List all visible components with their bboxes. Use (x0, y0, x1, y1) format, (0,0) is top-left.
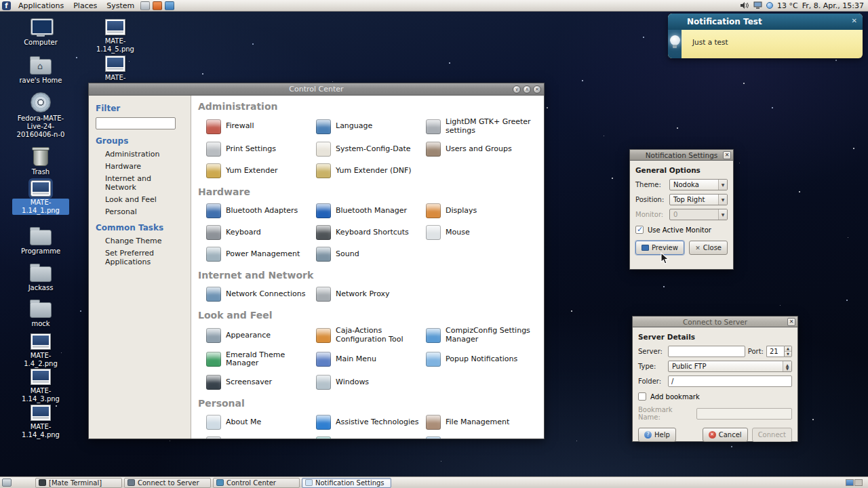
menu-applications[interactable]: Applications (14, 1, 68, 11)
launcher-network-connections[interactable]: Network Connections (206, 287, 314, 302)
launcher-input-method-selector[interactable]: Input Method Selector (206, 436, 314, 439)
spin-up-icon[interactable]: ▲ (785, 346, 791, 352)
launcher-system-config-date[interactable]: System-Config-Date (316, 142, 424, 157)
terminal-launcher-icon[interactable] (140, 1, 150, 10)
launcher-appearance[interactable]: Appearance (206, 327, 314, 344)
spin-down-icon[interactable]: ▼ (785, 352, 791, 357)
desktop-icon-mate-1-4-2-png[interactable]: MATE-1.4_2.png (12, 333, 69, 368)
launcher-sound[interactable]: Sound (316, 247, 424, 262)
launcher-displays[interactable]: Displays (426, 203, 534, 218)
launcher-bluetooth-adapters[interactable]: Bluetooth Adapters (206, 203, 314, 218)
preview-button[interactable]: Preview (635, 241, 684, 255)
close-icon[interactable]: ✕ (787, 318, 795, 326)
cancel-button[interactable]: ✕ Cancel (703, 428, 748, 442)
theme-select[interactable]: Nodoka ▼ (669, 179, 728, 190)
launcher-print-settings[interactable]: Print Settings (206, 142, 314, 157)
group-personal[interactable]: Personal (96, 207, 184, 216)
users-icon (426, 142, 441, 157)
port-spinner[interactable]: ▲▼ (766, 346, 792, 357)
server-input[interactable] (668, 346, 745, 357)
control-center-titlebar[interactable]: Control Center ∨ ∧ ✕ (89, 83, 544, 96)
launcher-about-me[interactable]: About Me (206, 415, 314, 430)
launcher-file-management[interactable]: File Management (426, 415, 534, 430)
desktop-icon-mate-1-14-4-png[interactable]: MATE-1.14_4.png (12, 405, 69, 439)
launcher-bluetooth-manager[interactable]: Bluetooth Manager (316, 203, 424, 218)
weather-icon[interactable] (766, 2, 773, 9)
launcher-keyboard-shortcuts[interactable]: Keyboard Shortcuts (316, 225, 424, 240)
launcher-firewall[interactable]: Firewall (206, 118, 314, 135)
fedora-menu-icon[interactable]: f (2, 1, 11, 10)
maximize-button[interactable]: ∧ (523, 85, 531, 94)
launcher-preferred-applications[interactable]: Preferred Applications (316, 436, 424, 439)
temperature-label: 13 °C (777, 1, 798, 10)
taskbar-mate-terminal[interactable]: [Mate Terminal] (35, 478, 122, 488)
launcher-users-and-groups[interactable]: Users and Groups (426, 142, 534, 157)
desktop-icon-mate-1-14-1-png[interactable]: MATE-1.14_1.png (12, 180, 69, 215)
notes-launcher-icon[interactable] (165, 1, 174, 10)
group-internet-and-network[interactable]: Internet and Network (96, 174, 184, 192)
close-button[interactable]: ✕ (533, 85, 541, 94)
desktop-icon-rave-s-home[interactable]: rave's Home (12, 56, 69, 85)
group-look-and-feel[interactable]: Look and Feel (96, 195, 184, 204)
use-active-monitor-checkbox[interactable] (635, 226, 644, 234)
task-change-theme[interactable]: Change Theme (96, 237, 184, 245)
desktop-icon-mate-1-14-5-png[interactable]: MATE-1.14_5.png (87, 19, 144, 54)
group-hardware[interactable]: Hardware (96, 162, 184, 171)
launcher-mouse[interactable]: Mouse (426, 225, 534, 240)
desktop-icon-programme[interactable]: Programme (12, 226, 69, 256)
desktop-icon-fedora-mate-live-24-20160406-n-0[interactable]: Fedora-MATE-Live-24-20160406-n-0 (12, 92, 69, 139)
position-select[interactable]: Top Right ▼ (669, 194, 728, 205)
launcher-power-management[interactable]: Power Management (206, 247, 314, 262)
close-button[interactable]: ✕ Close (689, 241, 728, 255)
launcher-yum-extender-dnf[interactable]: Yum Extender (DNF) (316, 163, 424, 178)
workspace-1[interactable] (846, 479, 854, 486)
menu-places[interactable]: Places (68, 1, 102, 11)
use-active-monitor-row[interactable]: Use Active Monitor (635, 226, 728, 234)
group-administration[interactable]: Administration (96, 150, 184, 159)
filter-input[interactable] (96, 117, 176, 129)
task-set-preferred-applications[interactable]: Set Preferred Applications (96, 249, 184, 266)
launcher-windows[interactable]: Windows (316, 375, 424, 390)
launcher-compizconfig-settings-manager[interactable]: CompizConfig Settings Manager (426, 327, 534, 344)
desktop-icon-mock[interactable]: mock (12, 299, 69, 328)
shade-button[interactable]: ∨ (513, 85, 521, 94)
desktop-icon-mate-1-14-3-png[interactable]: MATE-1.14_3.png (12, 369, 69, 403)
display-tray-icon[interactable] (753, 1, 762, 9)
clock[interactable]: Fr, 8. Apr., 15:37 (802, 1, 864, 10)
launcher-label: Language (336, 122, 372, 131)
volume-icon[interactable] (740, 1, 749, 9)
connect-to-server-titlebar[interactable]: Connect to Server ✕ (633, 317, 797, 327)
show-desktop-icon[interactable] (2, 479, 12, 487)
launcher-screensaver[interactable]: Screensaver (206, 375, 314, 390)
launcher-popup-notifications[interactable]: Popup Notifications (426, 351, 534, 368)
launcher-network-proxy[interactable]: Network Proxy (316, 287, 424, 302)
launcher-yum-extender[interactable]: Yum Extender (206, 163, 314, 178)
launcher-caja-actions-configuration-tool[interactable]: Caja-Actions Configuration Tool (316, 327, 424, 344)
launcher-main-menu[interactable]: Main Menu (316, 351, 424, 368)
help-button[interactable]: ? Help (638, 428, 676, 442)
browser-launcher-icon[interactable] (153, 1, 162, 10)
launcher-assistive-technologies[interactable]: Assistive Technologies (316, 415, 424, 430)
add-bookmark-checkbox[interactable] (638, 392, 646, 401)
taskbar-control-center[interactable]: Control Center (213, 478, 300, 488)
menu-system[interactable]: System (102, 1, 139, 11)
launcher-lightdm-gtk-greeter-settings[interactable]: LightDM GTK+ Greeter settings (426, 118, 534, 135)
close-icon[interactable]: ✕ (852, 17, 857, 24)
folder-input[interactable] (668, 375, 792, 387)
close-icon[interactable]: ✕ (723, 151, 731, 159)
taskbar-notification-settings[interactable]: Notification Settings (302, 478, 391, 488)
desktop-icon-trash[interactable]: Trash (12, 146, 69, 176)
desktop-icon-jackass[interactable]: Jackass (12, 263, 69, 292)
desktop-icon-computer[interactable]: Computer (12, 19, 69, 47)
workspace-2[interactable] (854, 479, 863, 486)
notification-settings-titlebar[interactable]: Notification Settings ✕ (630, 150, 733, 161)
taskbar-connect-to-server[interactable]: Connect to Server (124, 478, 211, 488)
add-bookmark-row[interactable]: Add bookmark (638, 392, 792, 401)
launcher-language[interactable]: Language (316, 118, 424, 135)
launcher-keyboard[interactable]: Keyboard (206, 225, 314, 240)
launcher-emerald-theme-manager[interactable]: Emerald Theme Manager (206, 351, 314, 368)
type-select[interactable]: Public FTP ▲▼ (668, 361, 792, 372)
workspace-switcher[interactable] (846, 479, 863, 486)
launcher-startup-applications[interactable]: Startup Applications (426, 436, 534, 439)
port-input[interactable] (766, 346, 784, 357)
